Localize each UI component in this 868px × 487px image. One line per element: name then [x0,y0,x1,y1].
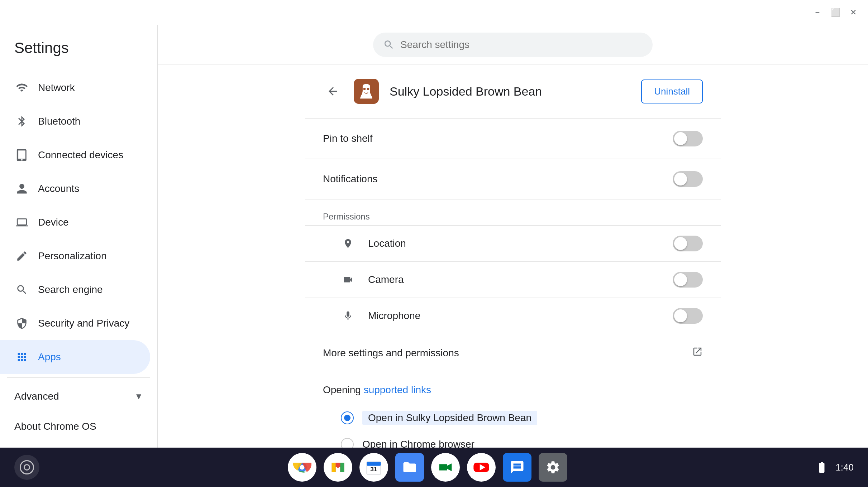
sidebar-connected-devices-label: Connected devices [38,149,123,161]
taskbar-meet[interactable] [431,453,460,482]
uninstall-button[interactable]: Uninstall [641,79,703,103]
app-icon [354,79,379,104]
clock-display: 1:40 [835,462,854,473]
sidebar-item-device[interactable]: Device [0,206,150,239]
sidebar-item-personalization[interactable]: Personalization [0,239,150,273]
app-header: Sulky Lopsided Brown Bean Uninstall [305,64,721,119]
taskbar-chrome[interactable] [288,453,316,482]
taskbar-calendar[interactable]: 31 [359,453,388,482]
sidebar-device-label: Device [38,217,69,228]
search-bar-container [373,33,653,57]
open-in-chrome-radio[interactable] [341,438,354,448]
open-in-app-label: Open in Sulky Lopsided Brown Bean [362,411,537,425]
top-bar [158,25,868,64]
maximize-button[interactable]: ⬜ [828,5,843,20]
search-icon [14,282,29,297]
sidebar-item-bluetooth[interactable]: Bluetooth [0,105,150,138]
about-chromeos-label: About Chrome OS [14,421,96,432]
sidebar-item-accounts[interactable]: Accounts [0,172,150,206]
svg-point-0 [363,88,366,90]
search-input[interactable] [400,39,643,50]
window-controls: − ⬜ ✕ [810,5,861,20]
taskbar: 31 1:40 [0,448,868,487]
open-in-app-radio[interactable] [341,411,354,424]
open-in-app-option[interactable]: Open in Sulky Lopsided Brown Bean [323,404,703,431]
microphone-toggle[interactable] [673,308,703,324]
minimize-button[interactable]: − [810,5,825,20]
advanced-label: Advanced [14,391,59,402]
opening-text: Opening supported links [323,384,703,396]
pen-icon [14,249,29,264]
main-content: Sulky Lopsided Brown Bean Uninstall Pin … [158,64,868,448]
open-in-chrome-label: Open in Chrome browser [362,439,474,448]
permissions-header: Permissions [305,199,721,226]
notifications-label: Notifications [323,173,673,185]
battery-icon [815,461,828,474]
svg-rect-6 [340,463,344,472]
sidebar-item-security-privacy[interactable]: Security and Privacy [0,307,150,340]
wifi-icon [14,80,29,95]
grid-icon [14,349,29,365]
sidebar-item-connected-devices[interactable]: Connected devices [0,138,150,172]
more-settings-row[interactable]: More settings and permissions [305,334,721,372]
sidebar-bluetooth-label: Bluetooth [38,116,80,127]
back-button[interactable] [323,81,343,101]
notifications-toggle[interactable] [673,171,703,187]
microphone-icon [341,309,355,323]
microphone-permission-row: Microphone [305,298,721,334]
sidebar-apps-label: Apps [38,351,61,363]
sidebar-security-label: Security and Privacy [38,318,129,329]
taskbar-right: 1:40 [815,461,854,474]
laptop-icon [14,215,29,230]
launcher-button[interactable] [14,455,39,480]
camera-icon [341,273,355,287]
app-name: Sulky Lopsided Brown Bean [390,85,630,98]
sidebar-item-advanced[interactable]: Advanced ▼ [0,381,157,411]
sidebar-accounts-label: Accounts [38,183,79,194]
opening-label: Opening [323,384,361,395]
person-icon [14,181,29,196]
supported-links-link[interactable]: supported links [364,384,431,395]
sidebar-item-search-engine[interactable]: Search engine [0,273,150,307]
sidebar-item-about-chromeos[interactable]: About Chrome OS [0,411,150,442]
taskbar-settings[interactable] [539,453,567,482]
pin-to-shelf-row: Pin to shelf [305,119,721,159]
sidebar-personalization-label: Personalization [38,250,106,262]
tablet-icon [14,148,29,163]
microphone-label: Microphone [368,310,664,322]
location-icon [341,236,355,251]
svg-rect-5 [332,463,335,472]
sidebar-item-apps[interactable]: Apps [0,340,150,374]
more-settings-label: More settings and permissions [323,347,692,359]
pin-to-shelf-toggle[interactable] [673,131,703,146]
camera-label: Camera [368,274,664,285]
taskbar-files[interactable] [395,453,424,482]
search-bar-icon [383,39,395,50]
external-link-icon [692,346,703,360]
taskbar-gmail[interactable] [324,453,352,482]
taskbar-youtube[interactable] [467,453,496,482]
open-in-chrome-option[interactable]: Open in Chrome browser [323,431,703,448]
taskbar-messages[interactable] [503,453,531,482]
content-wrapper: Sulky Lopsided Brown Bean Uninstall Pin … [158,25,868,448]
location-toggle[interactable] [673,236,703,251]
sidebar-network-label: Network [38,82,75,93]
chevron-down-icon: ▼ [134,391,143,401]
bluetooth-icon [14,114,29,129]
camera-permission-row: Camera [305,262,721,298]
sidebar-item-network[interactable]: Network [0,71,150,105]
opening-supported-links-section: Opening supported links Open in Sulky Lo… [305,372,721,448]
location-label: Location [368,238,664,249]
app-detail-panel: Sulky Lopsided Brown Bean Uninstall Pin … [305,64,721,448]
svg-text:31: 31 [370,466,377,473]
shield-icon [14,316,29,331]
pin-to-shelf-label: Pin to shelf [323,133,673,144]
notifications-row: Notifications [305,159,721,199]
settings-title: Settings [0,36,157,71]
sidebar-search-engine-label: Search engine [38,284,103,295]
svg-point-1 [367,88,369,90]
close-button[interactable]: ✕ [846,5,861,20]
taskbar-apps: 31 [39,453,815,482]
camera-toggle[interactable] [673,272,703,288]
location-permission-row: Location [305,226,721,262]
